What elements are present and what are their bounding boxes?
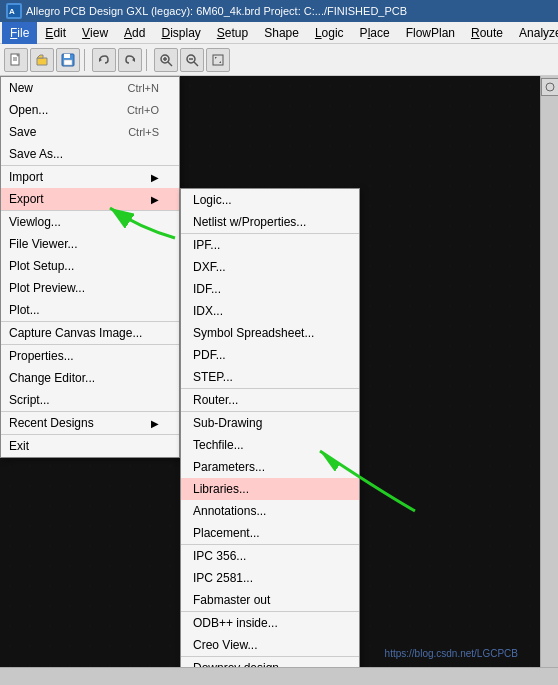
menu-item-plotsetup[interactable]: Plot Setup... [1,255,179,277]
export-dxf[interactable]: DXF... [181,256,359,278]
menu-item-save-label: Save [9,125,36,139]
menu-item-new[interactable]: New Ctrl+N [1,77,179,99]
toolbar [0,44,558,76]
toolbar-zoom-out[interactable] [180,48,204,72]
export-symbol[interactable]: Symbol Spreadsheet... [181,322,359,344]
menu-item-open-shortcut: Ctrl+O [127,104,159,116]
menu-item-save-shortcut: Ctrl+S [128,126,159,138]
export-logic[interactable]: Logic... [181,189,359,211]
import-arrow-icon: ▶ [151,172,159,183]
menu-item-changeeditor[interactable]: Change Editor... [1,367,179,389]
file-dropdown: New Ctrl+N Open... Ctrl+O Save Ctrl+S Sa… [0,76,180,458]
export-pdf[interactable]: PDF... [181,344,359,366]
export-fabmaster[interactable]: Fabmaster out [181,589,359,611]
menu-logic[interactable]: Logic [307,22,352,44]
menu-flowplan[interactable]: FlowPlan [398,22,463,44]
toolbar-save[interactable] [56,48,80,72]
svg-rect-6 [64,54,70,58]
menu-display[interactable]: Display [153,22,208,44]
status-bar [0,667,558,685]
green-arrow-export [100,188,180,248]
menu-item-new-label: New [9,81,33,95]
menu-view[interactable]: View [74,22,116,44]
menu-item-plotpreview-label: Plot Preview... [9,281,85,295]
export-ipf[interactable]: IPF... [181,233,359,256]
menu-item-saveas-label: Save As... [9,147,63,161]
export-idf[interactable]: IDF... [181,278,359,300]
svg-line-11 [168,62,172,66]
menu-item-capture[interactable]: Capture Canvas Image... [1,322,179,345]
menu-item-script[interactable]: Script... [1,389,179,412]
menu-item-viewlog-label: Viewlog... [9,215,61,229]
menu-place[interactable]: Place [352,22,398,44]
menu-item-exit[interactable]: Exit [1,435,179,457]
menu-edit[interactable]: Edit [37,22,74,44]
export-subdrawing[interactable]: Sub-Drawing [181,411,359,434]
menu-item-saveas[interactable]: Save As... [1,143,179,166]
menu-item-open[interactable]: Open... Ctrl+O [1,99,179,121]
menu-item-exit-label: Exit [9,439,29,453]
menu-item-properties[interactable]: Properties... [1,345,179,367]
menu-item-export-label: Export [9,192,44,206]
menu-add[interactable]: Add [116,22,153,44]
right-toolbar [540,76,558,667]
menu-item-import[interactable]: Import ▶ [1,166,179,188]
toolbar-new[interactable] [4,48,28,72]
menu-item-plotsetup-label: Plot Setup... [9,259,74,273]
menu-item-plotpreview[interactable]: Plot Preview... [1,277,179,299]
menu-item-plot-label: Plot... [9,303,40,317]
toolbar-redo[interactable] [118,48,142,72]
app-window: A Allegro PCB Design GXL (legacy): 6M60_… [0,0,558,685]
toolbar-zoom-fit[interactable] [206,48,230,72]
export-placement[interactable]: Placement... [181,522,359,544]
menu-item-import-label: Import [9,170,43,184]
menu-analyze[interactable]: Analyze [511,22,558,44]
menu-setup[interactable]: Setup [209,22,256,44]
toolbar-zoom-in[interactable] [154,48,178,72]
menu-item-recentdesigns[interactable]: Recent Designs ▶ [1,412,179,435]
svg-text:A: A [9,7,15,16]
menu-item-changeeditor-label: Change Editor... [9,371,95,385]
file-menu: New Ctrl+N Open... Ctrl+O Save Ctrl+S Sa… [0,76,180,458]
export-step[interactable]: STEP... [181,366,359,388]
green-arrow-libraries [300,441,420,521]
menu-item-properties-label: Properties... [9,349,74,363]
menu-item-plot[interactable]: Plot... [1,299,179,322]
export-router[interactable]: Router... [181,388,359,411]
recentdesigns-arrow-icon: ▶ [151,418,159,429]
toolbar-undo[interactable] [92,48,116,72]
export-ipc356[interactable]: IPC 356... [181,544,359,567]
menu-item-save[interactable]: Save Ctrl+S [1,121,179,143]
export-creoview[interactable]: Creo View... [181,634,359,656]
svg-rect-7 [64,60,72,65]
menu-item-script-label: Script... [9,393,50,407]
watermark: https://blog.csdn.net/LGCPCB [385,648,518,659]
app-icon: A [6,3,22,19]
menu-item-recentdesigns-label: Recent Designs [9,416,94,430]
export-ipc2581[interactable]: IPC 2581... [181,567,359,589]
export-odb[interactable]: ODB++ inside... [181,611,359,634]
title-bar-text: Allegro PCB Design GXL (legacy): 6M60_4k… [26,5,407,17]
toolbar-sep2 [146,49,150,71]
export-idx[interactable]: IDX... [181,300,359,322]
toolbar-sep1 [84,49,88,71]
menu-item-new-shortcut: Ctrl+N [128,82,159,94]
menu-item-open-label: Open... [9,103,48,117]
svg-point-25 [546,83,554,91]
right-tb-1[interactable] [541,78,559,96]
svg-rect-17 [213,55,223,65]
menu-route[interactable]: Route [463,22,511,44]
export-downrev[interactable]: Downrev design... [181,656,359,667]
export-netlist[interactable]: Netlist w/Properties... [181,211,359,233]
menu-item-capture-label: Capture Canvas Image... [9,326,142,340]
content-area: A abc [0,76,558,667]
menu-bar: File Edit View Add Display Setup Shape L… [0,22,558,44]
toolbar-open[interactable] [30,48,54,72]
svg-line-15 [194,62,198,66]
export-submenu: Logic... Netlist w/Properties... IPF... … [180,188,360,667]
title-bar: A Allegro PCB Design GXL (legacy): 6M60_… [0,0,558,22]
menu-file[interactable]: File [2,22,37,44]
menu-item-fileviewer-label: File Viewer... [9,237,77,251]
menu-shape[interactable]: Shape [256,22,307,44]
